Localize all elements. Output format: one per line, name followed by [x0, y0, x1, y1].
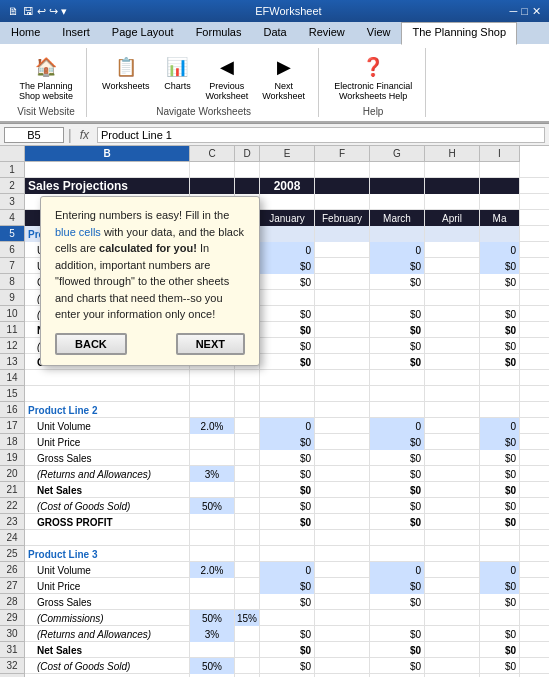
- cell-d14[interactable]: [235, 370, 260, 386]
- cell-c1[interactable]: [190, 162, 235, 178]
- cell-c31[interactable]: [190, 642, 235, 658]
- cell-e24[interactable]: [260, 530, 315, 546]
- cell-d29[interactable]: 15%: [235, 610, 260, 626]
- cell-c29[interactable]: 50%: [190, 610, 235, 626]
- cell-b25[interactable]: Product Line 3: [25, 546, 190, 562]
- cell-b18[interactable]: Unit Price: [25, 434, 190, 450]
- cell-i24[interactable]: [480, 530, 520, 546]
- cell-g19[interactable]: $0: [370, 450, 425, 466]
- cell-f5[interactable]: [315, 226, 370, 242]
- cell-g22[interactable]: $0: [370, 498, 425, 514]
- cell-i12[interactable]: $0: [480, 338, 520, 354]
- cell-h27[interactable]: [425, 578, 480, 594]
- cell-i32[interactable]: $0: [480, 658, 520, 674]
- cell-f9[interactable]: [315, 290, 370, 306]
- window-controls[interactable]: ─ □ ✕: [510, 5, 541, 18]
- cell-h20[interactable]: [425, 466, 480, 482]
- cell-h10[interactable]: [425, 306, 480, 322]
- cell-i6[interactable]: 0: [480, 242, 520, 258]
- cell-f23[interactable]: [315, 514, 370, 530]
- cell-h8[interactable]: [425, 274, 480, 290]
- cell-e17[interactable]: 0: [260, 418, 315, 434]
- cell-g5[interactable]: [370, 226, 425, 242]
- cell-b31[interactable]: Net Sales: [25, 642, 190, 658]
- cell-f28[interactable]: [315, 594, 370, 610]
- cell-d17[interactable]: [235, 418, 260, 434]
- col-header-c[interactable]: C: [190, 146, 235, 162]
- cell-f22[interactable]: [315, 498, 370, 514]
- cell-h26[interactable]: [425, 562, 480, 578]
- cell-f24[interactable]: [315, 530, 370, 546]
- cell-b29[interactable]: (Commissions): [25, 610, 190, 626]
- cell-e23[interactable]: $0: [260, 514, 315, 530]
- cell-g32[interactable]: $0: [370, 658, 425, 674]
- cell-c18[interactable]: [190, 434, 235, 450]
- cell-g3[interactable]: [370, 194, 425, 210]
- cell-c15[interactable]: [190, 386, 235, 402]
- charts-button[interactable]: 📊 Charts: [158, 50, 196, 104]
- cell-f12[interactable]: [315, 338, 370, 354]
- cell-i7[interactable]: $0: [480, 258, 520, 274]
- cell-f32[interactable]: [315, 658, 370, 674]
- tab-planning-shop[interactable]: The Planning Shop: [401, 22, 517, 45]
- cell-h19[interactable]: [425, 450, 480, 466]
- cell-g25[interactable]: [370, 546, 425, 562]
- cell-b28[interactable]: Gross Sales: [25, 594, 190, 610]
- quick-access[interactable]: 🖫 ↩ ↪ ▾: [23, 5, 67, 18]
- cell-h5[interactable]: [425, 226, 480, 242]
- cell-e6[interactable]: 0: [260, 242, 315, 258]
- cell-e8[interactable]: $0: [260, 274, 315, 290]
- col-header-f[interactable]: F: [315, 146, 370, 162]
- cell-b1[interactable]: [25, 162, 190, 178]
- cell-f20[interactable]: [315, 466, 370, 482]
- cell-c28[interactable]: [190, 594, 235, 610]
- cell-g28[interactable]: $0: [370, 594, 425, 610]
- cell-i8[interactable]: $0: [480, 274, 520, 290]
- cell-g10[interactable]: $0: [370, 306, 425, 322]
- cell-f30[interactable]: [315, 626, 370, 642]
- cell-i3[interactable]: [480, 194, 520, 210]
- cell-h3[interactable]: [425, 194, 480, 210]
- cell-e25[interactable]: [260, 546, 315, 562]
- cell-g11[interactable]: $0: [370, 322, 425, 338]
- cell-i16[interactable]: [480, 402, 520, 418]
- cell-e22[interactable]: $0: [260, 498, 315, 514]
- cell-h1[interactable]: [425, 162, 480, 178]
- cell-c24[interactable]: [190, 530, 235, 546]
- cell-g9[interactable]: [370, 290, 425, 306]
- cell-i1[interactable]: [480, 162, 520, 178]
- cell-c26[interactable]: 2.0%: [190, 562, 235, 578]
- cell-i20[interactable]: $0: [480, 466, 520, 482]
- cell-g14[interactable]: [370, 370, 425, 386]
- cell-e12[interactable]: $0: [260, 338, 315, 354]
- cell-f21[interactable]: [315, 482, 370, 498]
- cell-b32[interactable]: (Cost of Goods Sold): [25, 658, 190, 674]
- cell-d2[interactable]: [235, 178, 260, 194]
- cell-h4[interactable]: April: [425, 210, 480, 226]
- cell-g12[interactable]: $0: [370, 338, 425, 354]
- cell-f2[interactable]: [315, 178, 370, 194]
- col-header-g[interactable]: G: [370, 146, 425, 162]
- cell-i15[interactable]: [480, 386, 520, 402]
- cell-d25[interactable]: [235, 546, 260, 562]
- back-button[interactable]: BACK: [55, 333, 127, 355]
- cell-i4[interactable]: Ma: [480, 210, 520, 226]
- tab-insert[interactable]: Insert: [51, 22, 101, 44]
- cell-i31[interactable]: $0: [480, 642, 520, 658]
- cell-g16[interactable]: [370, 402, 425, 418]
- cell-b14[interactable]: [25, 370, 190, 386]
- cell-c17[interactable]: 2.0%: [190, 418, 235, 434]
- cell-b20[interactable]: (Returns and Allowances): [25, 466, 190, 482]
- cell-g6[interactable]: 0: [370, 242, 425, 258]
- cell-h7[interactable]: [425, 258, 480, 274]
- cell-e29[interactable]: [260, 610, 315, 626]
- cell-c22[interactable]: 50%: [190, 498, 235, 514]
- tab-view[interactable]: View: [356, 22, 402, 44]
- cell-f4[interactable]: February: [315, 210, 370, 226]
- cell-e2[interactable]: 2008: [260, 178, 315, 194]
- cell-g27[interactable]: $0: [370, 578, 425, 594]
- cell-f18[interactable]: [315, 434, 370, 450]
- cell-d15[interactable]: [235, 386, 260, 402]
- cell-g21[interactable]: $0: [370, 482, 425, 498]
- cell-g18[interactable]: $0: [370, 434, 425, 450]
